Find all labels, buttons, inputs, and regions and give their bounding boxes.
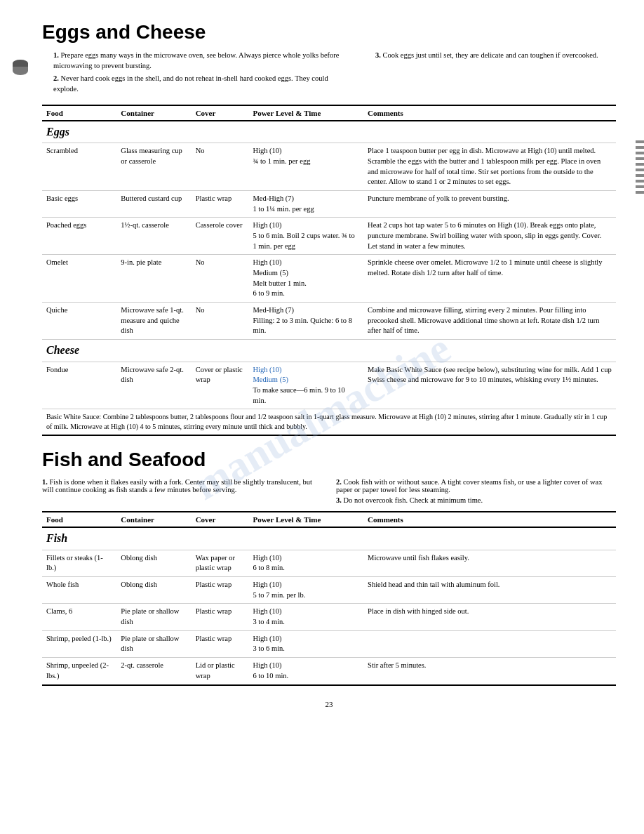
page-number: 23 (42, 700, 616, 708)
container-clams: Pie plate or shallow dish (116, 604, 191, 630)
col-comments: Comments (363, 105, 616, 121)
power-level-shrimp-un: High (10) (253, 661, 281, 669)
container-shrimp-peeled: Pie plate or shallow dish (116, 630, 191, 657)
col-cover: Cover (192, 105, 249, 121)
power-level-whole: High (10) (253, 581, 281, 588)
cover-shrimp-unpeeled: Lid or plastic wrap (192, 658, 249, 685)
comments-poached: Heat 2 cups hot tap water 5 to 6 minutes… (363, 218, 616, 255)
fish-label: Fish (42, 527, 616, 550)
col-food: Food (42, 105, 116, 121)
side-decoration (13, 60, 28, 75)
cover-clams: Plastic wrap (192, 604, 249, 630)
power-fillets: High (10) 6 to 8 min. (248, 550, 363, 576)
time-basic: 1 to 1¼ min. per egg (253, 205, 314, 213)
fish-col-container: Container (116, 512, 191, 527)
food-shrimp-unpeeled: Shrimp, unpeeled (2-lbs.) (42, 658, 116, 685)
fish-intro-item-3: 3. Do not overcook fish. Check at minimu… (336, 496, 616, 504)
cheese-section-header: Cheese (42, 340, 616, 362)
eggs-label: Eggs (42, 121, 616, 143)
intro-item-1: 1. Prepare eggs many ways in the microwa… (53, 51, 350, 71)
fish-intro-item-2: 2. Cook fish with or without sauce. A ti… (336, 478, 616, 494)
power-shrimp-peeled: High (10) 3 to 6 min. (248, 630, 363, 657)
intro-num-2: 2. (53, 74, 59, 82)
container-quiche: Microwave safe 1-qt. measure and quiche … (116, 303, 191, 340)
cover-shrimp-peeled: Plastic wrap (192, 630, 249, 657)
time-quiche: Filling: 2 to 3 min. Quiche: 6 to 8 min. (253, 317, 351, 335)
table-row: Poached eggs 1½-qt. casserole Casserole … (42, 218, 616, 255)
fish-seafood-table: Food Container Cover Power Level & Time … (42, 511, 616, 685)
food-poached: Poached eggs (42, 218, 116, 255)
food-clams: Clams, 6 (42, 604, 116, 630)
power-level-fondue-high: High (10) (253, 366, 281, 373)
fish-col-power: Power Level & Time (248, 512, 363, 527)
note-text: Basic White Sauce: Combine 2 tablespoons… (46, 413, 607, 430)
intro-num-1: 1. (53, 51, 59, 59)
cheese-label: Cheese (42, 340, 616, 362)
power-omelet: High (10)Medium (5)Melt butter 1 min.6 t… (248, 255, 363, 303)
fish-seafood-section: Fish and Seafood 1. Fish is done when it… (42, 449, 616, 685)
comments-basic-eggs: Puncture membrane of yolk to prevent bur… (363, 190, 616, 217)
food-omelet: Omelet (42, 255, 116, 303)
table-row: Fondue Microwave safe 2-qt. dish Cover o… (42, 362, 616, 409)
edge-marks (636, 140, 644, 194)
fish-intro-text-2: Cook fish with or without sauce. A tight… (336, 478, 602, 494)
table-row: Clams, 6 Pie plate or shallow dish Plast… (42, 604, 616, 630)
container-scrambled: Glass measuring cup or casserole (116, 143, 191, 191)
comments-shrimp-unpeeled: Stir after 5 minutes. (363, 658, 616, 685)
power-level-basic: Med-High (7) (253, 194, 294, 202)
cover-poached: Casserole cover (192, 218, 249, 255)
note-row: Basic White Sauce: Combine 2 tablespoons… (42, 409, 616, 436)
comments-shrimp-peeled (363, 630, 616, 657)
table-row: Shrimp, unpeeled (2-lbs.) 2-qt. casserol… (42, 658, 616, 685)
comments-clams: Place in dish with hinged side out. (363, 604, 616, 630)
comments-quiche: Combine and microwave filling, stirring … (363, 303, 616, 340)
power-level-poached: High (10) (253, 221, 281, 229)
intro-left: 1. Prepare eggs many ways in the microwa… (42, 51, 350, 98)
fish-intro-item-1: 1. Fish is done when it flakes easily wi… (42, 478, 322, 494)
power-fondue: High (10) Medium (5) To make sauce—6 min… (248, 362, 363, 409)
eggs-cheese-intro: 1. Prepare eggs many ways in the microwa… (42, 51, 616, 98)
food-basic-eggs: Basic eggs (42, 190, 116, 217)
time-fillets: 6 to 8 min. (253, 564, 285, 571)
intro-item-3: 3. Cook eggs just until set, they are de… (375, 51, 616, 61)
cover-quiche: No (192, 303, 249, 340)
table-row: Whole fish Oblong dish Plastic wrap High… (42, 577, 616, 604)
power-quiche: Med-High (7) Filling: 2 to 3 min. Quiche… (248, 303, 363, 340)
fish-intro-right: 2. Cook fish with or without sauce. A ti… (336, 478, 616, 504)
power-poached: High (10) 5 to 6 min. Boil 2 cups water.… (248, 218, 363, 255)
power-level-fillets: High (10) (253, 554, 281, 562)
container-fillets: Oblong dish (116, 550, 191, 576)
power-level-clams: High (10) (253, 607, 281, 615)
power-level-quiche: Med-High (7) (253, 306, 294, 314)
food-scrambled: Scrambled (42, 143, 116, 191)
power-basic-eggs: Med-High (7) 1 to 1¼ min. per egg (248, 190, 363, 217)
time-scrambled: ¾ to 1 min. per egg (253, 157, 310, 165)
comments-whole-fish: Shield head and thin tail with aluminum … (363, 577, 616, 604)
cover-basic-eggs: Plastic wrap (192, 190, 249, 217)
cover-fondue: Cover or plastic wrap (192, 362, 249, 409)
food-whole-fish: Whole fish (42, 577, 116, 604)
power-level-shrimp-peeled: High (10) (253, 635, 281, 642)
power-clams: High (10) 3 to 4 min. (248, 604, 363, 630)
food-fillets: Fillets or steaks (1-lb.) (42, 550, 116, 576)
fish-intro: 1. Fish is done when it flakes easily wi… (42, 478, 616, 504)
intro-text-2: Never hard cook eggs in the shell, and d… (53, 74, 328, 93)
cover-whole-fish: Plastic wrap (192, 577, 249, 604)
page-num-text: 23 (326, 700, 333, 708)
food-quiche: Quiche (42, 303, 116, 340)
container-fondue: Microwave safe 2-qt. dish (116, 362, 191, 409)
time-poached: 5 to 6 min. Boil 2 cups water. ¾ to 1 mi… (253, 232, 354, 250)
table-row: Omelet 9-in. pie plate No High (10)Mediu… (42, 255, 616, 303)
time-whole: 5 to 7 min. per lb. (253, 591, 305, 599)
container-poached: 1½-qt. casserole (116, 218, 191, 255)
power-whole-fish: High (10) 5 to 7 min. per lb. (248, 577, 363, 604)
intro-item-2: 2. Never hard cook eggs in the shell, an… (53, 74, 350, 94)
intro-num-3: 3. (375, 51, 381, 59)
fish-intro-text-3: Do not overcook fish. Check at minimum t… (344, 496, 483, 504)
basic-white-sauce-note: Basic White Sauce: Combine 2 tablespoons… (42, 409, 616, 436)
fish-section-header: Fish (42, 527, 616, 550)
fish-col-food: Food (42, 512, 116, 527)
intro-text-3: Cook eggs just until set, they are delic… (382, 51, 598, 59)
time-shrimp-peeled: 3 to 6 min. (253, 644, 285, 652)
table-row: Basic eggs Buttered custard cup Plastic … (42, 190, 616, 217)
